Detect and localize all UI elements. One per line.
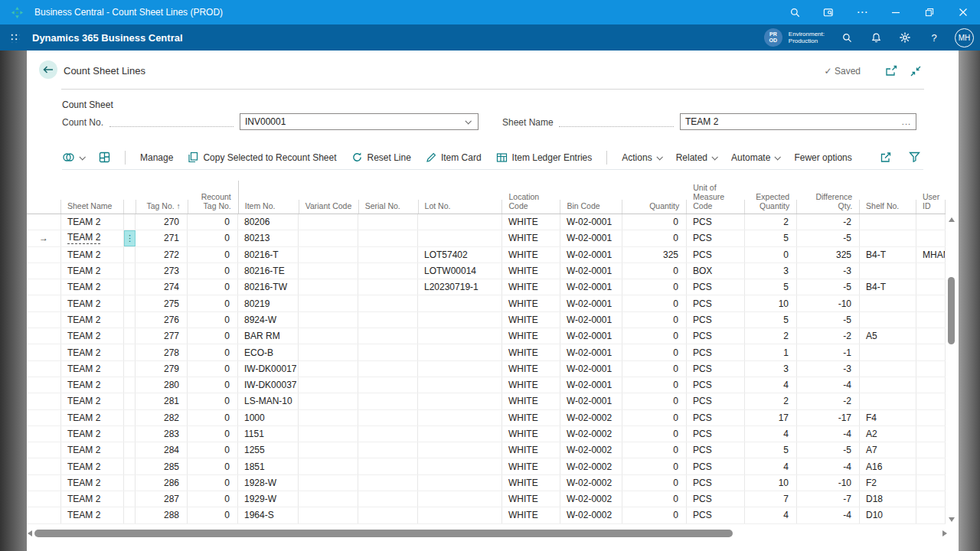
cell-tag[interactable]: 278: [136, 344, 188, 360]
table-row[interactable]: TEAM 2274080216-TWL20230719-1WHITEW-02-0…: [27, 279, 946, 295]
cell-item[interactable]: IW-DK00017: [238, 361, 299, 377]
cell-tag[interactable]: 283: [136, 426, 188, 442]
cell-item[interactable]: 1851: [238, 458, 299, 474]
cell-user[interactable]: [916, 475, 946, 491]
row-gutter[interactable]: [27, 295, 61, 311]
cell-expected[interactable]: 2: [745, 214, 797, 230]
column-header-diff[interactable]: Difference Qty.: [797, 181, 860, 214]
fewer-options-button[interactable]: Fewer options: [794, 152, 851, 163]
back-button[interactable]: [39, 60, 57, 79]
cell-menu[interactable]: [124, 426, 136, 442]
table-row[interactable]: TEAM 227608924-WWHITEW-02-00010PCS5-5: [27, 312, 946, 328]
cell-item[interactable]: 1255: [238, 442, 299, 458]
cell-diff[interactable]: -10: [797, 475, 860, 491]
cell-uom[interactable]: PCS: [687, 442, 745, 458]
cell-shelf[interactable]: [860, 344, 916, 360]
cell-tag[interactable]: 273: [136, 263, 188, 279]
cell-expected[interactable]: 3: [745, 361, 797, 377]
cell-shelf[interactable]: [860, 214, 916, 230]
cell-recount[interactable]: 0: [188, 507, 238, 523]
table-row[interactable]: TEAM 22800IW-DK00037WHITEW-02-00010PCS4-…: [27, 377, 946, 393]
cell-shelf[interactable]: A16: [860, 458, 916, 474]
cell-serial[interactable]: [358, 230, 418, 246]
cell-sheet[interactable]: TEAM 2: [61, 214, 124, 230]
reset-line-button[interactable]: Reset Line: [351, 152, 411, 163]
column-header-item[interactable]: Item No.: [239, 181, 299, 214]
filter-icon[interactable]: [909, 152, 920, 163]
cell-user[interactable]: [916, 263, 946, 279]
cell-lot[interactable]: [418, 361, 502, 377]
cell-expected[interactable]: 17: [745, 410, 797, 425]
cell-shelf[interactable]: [860, 361, 916, 377]
cell-diff[interactable]: -17: [797, 410, 860, 425]
cell-sheet[interactable]: TEAM 2: [61, 377, 124, 393]
item-card-button[interactable]: Item Card: [426, 152, 482, 163]
cell-variant[interactable]: [299, 295, 358, 311]
app-launcher-icon[interactable]: [10, 33, 20, 43]
cell-diff[interactable]: -7: [797, 491, 860, 507]
cell-recount[interactable]: 0: [188, 361, 238, 377]
cell-serial[interactable]: [358, 442, 418, 458]
cell-bin[interactable]: W-02-0001: [560, 328, 622, 344]
cell-recount[interactable]: 0: [188, 344, 238, 360]
cell-bin[interactable]: W-02-0002: [560, 410, 622, 425]
horizontal-scroll-thumb[interactable]: [34, 530, 733, 537]
cell-expected[interactable]: 5: [745, 230, 797, 246]
cell-item[interactable]: 80216-T: [238, 247, 299, 262]
table-row[interactable]: TEAM 228201000WHITEW-02-00020PCS17-17F4: [27, 410, 946, 426]
row-gutter[interactable]: [27, 426, 61, 442]
cell-bin[interactable]: W-02-0001: [560, 393, 622, 409]
close-icon[interactable]: [946, 0, 980, 24]
cell-uom[interactable]: PCS: [687, 214, 745, 230]
column-header-user[interactable]: User ID: [916, 181, 946, 214]
cell-recount[interactable]: 0: [188, 442, 238, 458]
cell-diff[interactable]: -2: [797, 393, 860, 409]
table-row[interactable]: TEAM 2275080219WHITEW-02-00010PCS10-10: [27, 295, 946, 311]
column-header-uom[interactable]: Unit of Measure Code: [687, 181, 745, 214]
cell-bin[interactable]: W-02-0001: [560, 312, 622, 328]
cell-item[interactable]: 1964-S: [238, 507, 299, 523]
cell-expected[interactable]: 10: [745, 475, 797, 491]
cell-sheet[interactable]: TEAM 2: [61, 344, 124, 360]
cell-recount[interactable]: 0: [188, 475, 238, 491]
user-avatar[interactable]: MH: [955, 28, 974, 47]
table-row[interactable]: →TEAM 2⋮271080213WHITEW-02-00010PCS5-5: [27, 230, 946, 246]
cell-shelf[interactable]: [860, 295, 916, 311]
cell-qty[interactable]: 0: [622, 295, 687, 311]
cell-bin[interactable]: W-02-0002: [560, 507, 622, 523]
cell-tag[interactable]: 281: [136, 393, 188, 409]
cell-serial[interactable]: [358, 377, 418, 393]
cell-expected[interactable]: 4: [745, 507, 797, 523]
cell-tag[interactable]: 284: [136, 442, 188, 458]
cell-variant[interactable]: [299, 475, 358, 491]
cell-expected[interactable]: 5: [745, 279, 797, 295]
cell-item[interactable]: ECO-B: [238, 344, 299, 360]
cell-menu[interactable]: [124, 458, 136, 474]
cell-tag[interactable]: 287: [136, 491, 188, 507]
cell-sheet[interactable]: TEAM 2: [61, 312, 124, 328]
cell-qty[interactable]: 0: [622, 377, 687, 393]
cell-location[interactable]: WHITE: [502, 344, 560, 360]
table-row[interactable]: TEAM 2273080216-TELOTW00014WHITEW-02-000…: [27, 263, 946, 279]
cell-tag[interactable]: 282: [136, 410, 188, 425]
cell-user[interactable]: MHAM: [916, 247, 946, 262]
cell-recount[interactable]: 0: [188, 247, 238, 262]
cell-user[interactable]: [916, 312, 946, 328]
cell-item[interactable]: 80219: [238, 295, 299, 311]
cell-menu[interactable]: [124, 263, 136, 279]
cell-menu[interactable]: [124, 361, 136, 377]
cell-lot[interactable]: LOTW00014: [418, 263, 502, 279]
cell-lot[interactable]: L20230719-1: [418, 279, 502, 295]
cell-shelf[interactable]: B4-T: [860, 247, 916, 262]
cell-lot[interactable]: [418, 442, 502, 458]
cell-diff[interactable]: -3: [797, 263, 860, 279]
cell-menu[interactable]: [124, 312, 136, 328]
cell-diff[interactable]: -1: [797, 344, 860, 360]
cell-tag[interactable]: 270: [136, 214, 188, 230]
cell-recount[interactable]: 0: [188, 230, 238, 246]
cell-variant[interactable]: [299, 230, 358, 246]
cell-user[interactable]: [916, 426, 946, 442]
cell-diff[interactable]: -4: [797, 426, 860, 442]
browser-search-icon[interactable]: [778, 0, 812, 24]
cell-sheet[interactable]: TEAM 2: [61, 442, 124, 458]
